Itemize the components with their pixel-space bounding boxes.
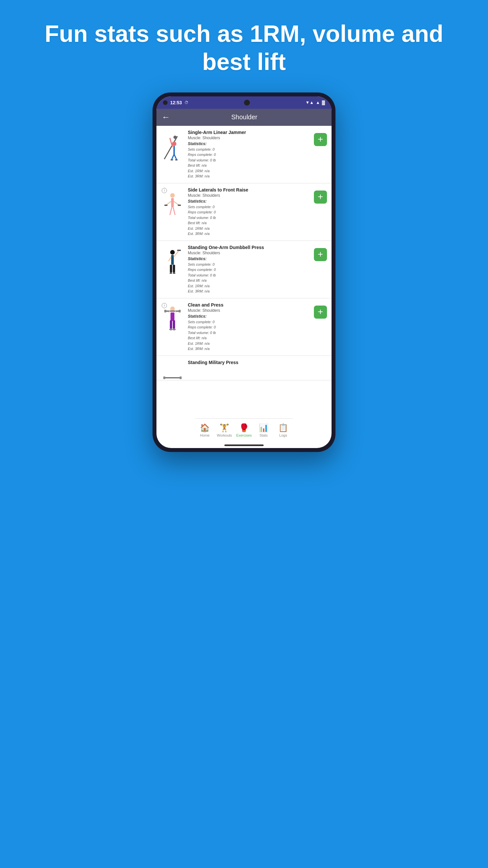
stat-volume-2: Total volume: 0 lb: [188, 215, 314, 221]
nav-stats[interactable]: 📊 Stats: [254, 423, 273, 437]
nav-home-label: Home: [200, 433, 209, 437]
exercise-muscle-2: Muscle: Shoulders: [188, 193, 314, 198]
add-exercise-button-1[interactable]: +: [314, 133, 327, 146]
stats-label-3: Statistics:: [188, 256, 314, 261]
svg-line-23: [168, 257, 171, 261]
signal-icon: ▲: [316, 100, 320, 105]
svg-point-38: [172, 329, 176, 331]
svg-point-27: [173, 273, 175, 274]
stat-sets-1: Sets complete: 0: [188, 147, 314, 152]
svg-line-4: [170, 138, 172, 147]
exercise-image-2: i: [161, 187, 184, 223]
exercise-item-4[interactable]: i: [157, 299, 331, 356]
stat-1rm-4: Est. 1RM: n/a: [188, 341, 314, 346]
stat-volume-1: Total volume: 0 lb: [188, 157, 314, 163]
nav-logs[interactable]: 📋 Logs: [273, 423, 293, 437]
svg-point-7: [170, 159, 173, 160]
exercises-icon: 🥊: [239, 423, 249, 432]
stats-icon: 📊: [259, 423, 268, 432]
bottom-section: 🏠 Home 🏋 Workouts 🥊 Exercises 📊 Stats 📋: [157, 418, 331, 448]
svg-rect-34: [170, 312, 174, 321]
svg-point-18: [174, 215, 176, 216]
nav-home[interactable]: 🏠 Home: [195, 423, 215, 437]
stat-1rm-1: Est. 1RM: n/a: [188, 168, 314, 174]
status-icons: ▼▲ ▲ ▓: [305, 100, 325, 105]
stat-reps-3: Reps complete: 0: [188, 267, 314, 273]
nav-workouts-label: Workouts: [217, 433, 232, 437]
add-exercise-button-2[interactable]: +: [314, 190, 327, 204]
stat-volume-3: Total volume: 0 lb: [188, 273, 314, 278]
exercise-name-1: Single-Arm Linear Jammer: [188, 130, 314, 135]
stat-3rm-2: Est. 3RM: n/a: [188, 231, 314, 237]
stat-3rm-3: Est. 3RM: n/a: [188, 288, 314, 294]
exercise-image-3: [161, 245, 184, 281]
home-icon: 🏠: [200, 423, 210, 432]
exercise-info-2: Side Laterals to Front Raise Muscle: Sho…: [188, 187, 314, 237]
svg-rect-20: [171, 255, 174, 265]
nav-logs-label: Logs: [279, 433, 287, 437]
svg-rect-10: [171, 198, 174, 207]
stat-1rm-3: Est. 1RM: n/a: [188, 283, 314, 289]
exercise-name-2: Side Laterals to Front Raise: [188, 187, 314, 192]
exercise-item-2[interactable]: i: [157, 183, 331, 241]
stat-sets-2: Sets complete: 0: [188, 204, 314, 210]
stat-3rm-1: Est. 3RM: n/a: [188, 174, 314, 179]
exercise-item-5[interactable]: Standing Military Press: [157, 356, 331, 380]
stat-3rm-4: Est. 3RM: n/a: [188, 346, 314, 352]
svg-line-6: [174, 154, 176, 159]
svg-rect-30: [164, 310, 166, 312]
svg-point-19: [170, 250, 175, 255]
hero-title: Fun stats such as 1RM, volume and best l…: [0, 0, 488, 92]
exercise-muscle-1: Muscle: Shoulders: [188, 135, 314, 140]
bottom-nav: 🏠 Home 🏋 Workouts 🥊 Exercises 📊 Stats 📋: [195, 418, 293, 444]
stat-reps-1: Reps complete: 0: [188, 152, 314, 157]
exercise-muscle-3: Muscle: Shoulders: [188, 251, 314, 255]
plus-icon-3: +: [318, 250, 323, 259]
svg-rect-22: [177, 250, 181, 251]
exercise-list: Single-Arm Linear Jammer Muscle: Shoulde…: [157, 126, 331, 418]
stats-label-1: Statistics:: [188, 142, 314, 146]
svg-rect-25: [173, 265, 175, 273]
plus-icon-2: +: [318, 192, 323, 201]
nav-stats-label: Stats: [259, 433, 267, 437]
svg-rect-41: [180, 376, 182, 379]
back-button[interactable]: ←: [162, 112, 170, 122]
battery-icon: ▓: [322, 100, 325, 105]
nav-workouts[interactable]: 🏋 Workouts: [215, 423, 234, 437]
svg-line-16: [173, 207, 175, 215]
exercise-info-3: Standing One-Arm Dumbbell Press Muscle: …: [188, 245, 314, 294]
svg-point-1: [173, 135, 177, 139]
phone-mockup: 12:53 ⏱ ▼▲ ▲ ▓ ← Shoulder: [153, 92, 335, 452]
plus-icon-4: +: [318, 307, 323, 316]
status-bar: 12:53 ⏱ ▼▲ ▲ ▓: [157, 96, 331, 109]
svg-rect-36: [173, 320, 175, 329]
home-indicator: [224, 444, 264, 446]
camera-indicator: [163, 100, 168, 105]
exercise-image-4: i: [161, 302, 184, 338]
info-icon-2: i: [162, 188, 167, 193]
svg-point-28: [170, 307, 175, 311]
wifi-icon: ▼▲: [305, 100, 314, 105]
svg-point-37: [169, 329, 172, 331]
exercise-info-5: Standing Military Press: [188, 360, 327, 366]
stat-bestlift-4: Best lift: n/a: [188, 335, 314, 341]
add-exercise-button-4[interactable]: +: [314, 306, 327, 319]
nav-exercises[interactable]: 🥊 Exercises: [234, 423, 254, 437]
svg-line-15: [170, 207, 172, 215]
exercise-name-4: Clean and Press: [188, 302, 314, 308]
info-icon-4: i: [162, 303, 167, 308]
stats-label-2: Statistics:: [188, 199, 314, 204]
svg-rect-24: [170, 265, 172, 273]
workouts-icon: 🏋: [220, 423, 229, 432]
add-exercise-button-3[interactable]: +: [314, 248, 327, 261]
exercise-name-5: Standing Military Press: [188, 360, 327, 365]
svg-rect-14: [178, 205, 181, 206]
exercise-item[interactable]: Single-Arm Linear Jammer Muscle: Shoulde…: [157, 126, 331, 183]
svg-rect-35: [170, 320, 172, 329]
stat-reps-2: Reps complete: 0: [188, 210, 314, 215]
exercise-item-3[interactable]: Standing One-Arm Dumbbell Press Muscle: …: [157, 241, 331, 299]
svg-point-8: [175, 159, 178, 160]
page-title: Shoulder: [175, 114, 313, 121]
exercise-info-4: Clean and Press Muscle: Shoulders Statis…: [188, 302, 314, 352]
stat-sets-4: Sets complete: 0: [188, 319, 314, 325]
